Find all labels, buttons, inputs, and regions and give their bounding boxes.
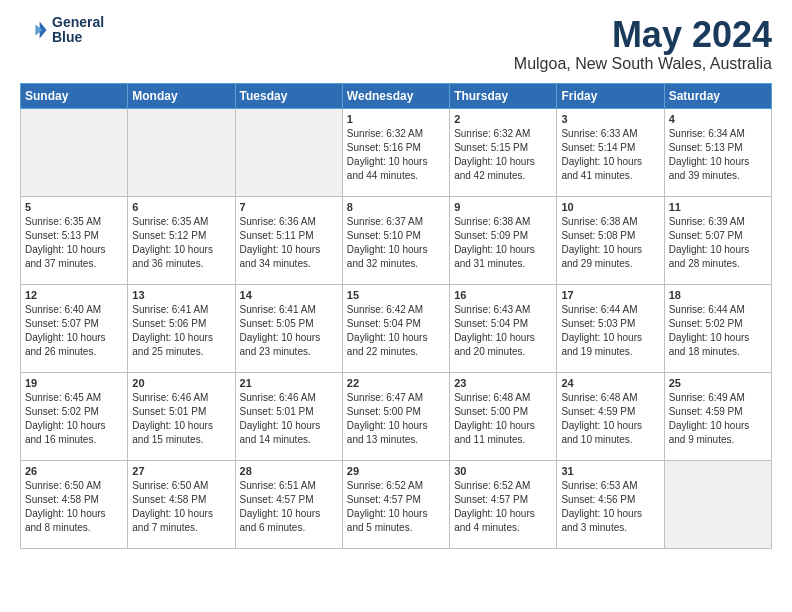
day-number: 14	[240, 289, 338, 301]
day-number: 22	[347, 377, 445, 389]
calendar-cell: 28Sunrise: 6:51 AM Sunset: 4:57 PM Dayli…	[235, 460, 342, 548]
calendar-cell: 18Sunrise: 6:44 AM Sunset: 5:02 PM Dayli…	[664, 284, 771, 372]
day-number: 17	[561, 289, 659, 301]
calendar-cell: 25Sunrise: 6:49 AM Sunset: 4:59 PM Dayli…	[664, 372, 771, 460]
calendar-header-row: SundayMondayTuesdayWednesdayThursdayFrid…	[21, 83, 772, 108]
day-number: 9	[454, 201, 552, 213]
day-number: 12	[25, 289, 123, 301]
calendar-week-5: 26Sunrise: 6:50 AM Sunset: 4:58 PM Dayli…	[21, 460, 772, 548]
calendar-cell: 10Sunrise: 6:38 AM Sunset: 5:08 PM Dayli…	[557, 196, 664, 284]
calendar-week-4: 19Sunrise: 6:45 AM Sunset: 5:02 PM Dayli…	[21, 372, 772, 460]
day-number: 5	[25, 201, 123, 213]
day-number: 16	[454, 289, 552, 301]
day-content: Sunrise: 6:39 AM Sunset: 5:07 PM Dayligh…	[669, 215, 767, 271]
day-number: 7	[240, 201, 338, 213]
calendar-cell: 23Sunrise: 6:48 AM Sunset: 5:00 PM Dayli…	[450, 372, 557, 460]
calendar-week-1: 1Sunrise: 6:32 AM Sunset: 5:16 PM Daylig…	[21, 108, 772, 196]
page-header: General Blue May 2024 Mulgoa, New South …	[20, 15, 772, 73]
day-content: Sunrise: 6:50 AM Sunset: 4:58 PM Dayligh…	[25, 479, 123, 535]
title-block: May 2024 Mulgoa, New South Wales, Austra…	[514, 15, 772, 73]
calendar-cell: 16Sunrise: 6:43 AM Sunset: 5:04 PM Dayli…	[450, 284, 557, 372]
day-content: Sunrise: 6:43 AM Sunset: 5:04 PM Dayligh…	[454, 303, 552, 359]
day-content: Sunrise: 6:36 AM Sunset: 5:11 PM Dayligh…	[240, 215, 338, 271]
calendar-cell	[21, 108, 128, 196]
calendar-cell: 4Sunrise: 6:34 AM Sunset: 5:13 PM Daylig…	[664, 108, 771, 196]
day-number: 27	[132, 465, 230, 477]
calendar-cell: 22Sunrise: 6:47 AM Sunset: 5:00 PM Dayli…	[342, 372, 449, 460]
calendar-cell	[235, 108, 342, 196]
calendar-cell: 14Sunrise: 6:41 AM Sunset: 5:05 PM Dayli…	[235, 284, 342, 372]
day-content: Sunrise: 6:35 AM Sunset: 5:13 PM Dayligh…	[25, 215, 123, 271]
logo-line2: Blue	[52, 30, 104, 45]
calendar-cell: 27Sunrise: 6:50 AM Sunset: 4:58 PM Dayli…	[128, 460, 235, 548]
calendar-cell: 21Sunrise: 6:46 AM Sunset: 5:01 PM Dayli…	[235, 372, 342, 460]
day-number: 8	[347, 201, 445, 213]
calendar-header-sunday: Sunday	[21, 83, 128, 108]
day-content: Sunrise: 6:37 AM Sunset: 5:10 PM Dayligh…	[347, 215, 445, 271]
calendar-cell: 12Sunrise: 6:40 AM Sunset: 5:07 PM Dayli…	[21, 284, 128, 372]
calendar-cell: 19Sunrise: 6:45 AM Sunset: 5:02 PM Dayli…	[21, 372, 128, 460]
day-content: Sunrise: 6:33 AM Sunset: 5:14 PM Dayligh…	[561, 127, 659, 183]
day-content: Sunrise: 6:32 AM Sunset: 5:16 PM Dayligh…	[347, 127, 445, 183]
day-content: Sunrise: 6:34 AM Sunset: 5:13 PM Dayligh…	[669, 127, 767, 183]
day-content: Sunrise: 6:44 AM Sunset: 5:03 PM Dayligh…	[561, 303, 659, 359]
calendar-cell: 26Sunrise: 6:50 AM Sunset: 4:58 PM Dayli…	[21, 460, 128, 548]
calendar-week-2: 5Sunrise: 6:35 AM Sunset: 5:13 PM Daylig…	[21, 196, 772, 284]
calendar-header-wednesday: Wednesday	[342, 83, 449, 108]
day-number: 21	[240, 377, 338, 389]
calendar-table: SundayMondayTuesdayWednesdayThursdayFrid…	[20, 83, 772, 549]
calendar-header-saturday: Saturday	[664, 83, 771, 108]
calendar-cell: 30Sunrise: 6:52 AM Sunset: 4:57 PM Dayli…	[450, 460, 557, 548]
day-number: 18	[669, 289, 767, 301]
calendar-cell: 20Sunrise: 6:46 AM Sunset: 5:01 PM Dayli…	[128, 372, 235, 460]
day-content: Sunrise: 6:52 AM Sunset: 4:57 PM Dayligh…	[454, 479, 552, 535]
calendar-header-tuesday: Tuesday	[235, 83, 342, 108]
day-content: Sunrise: 6:50 AM Sunset: 4:58 PM Dayligh…	[132, 479, 230, 535]
day-number: 11	[669, 201, 767, 213]
calendar-cell: 24Sunrise: 6:48 AM Sunset: 4:59 PM Dayli…	[557, 372, 664, 460]
calendar-cell: 13Sunrise: 6:41 AM Sunset: 5:06 PM Dayli…	[128, 284, 235, 372]
day-number: 13	[132, 289, 230, 301]
calendar-cell: 5Sunrise: 6:35 AM Sunset: 5:13 PM Daylig…	[21, 196, 128, 284]
logo-icon	[20, 16, 48, 44]
day-content: Sunrise: 6:40 AM Sunset: 5:07 PM Dayligh…	[25, 303, 123, 359]
day-content: Sunrise: 6:45 AM Sunset: 5:02 PM Dayligh…	[25, 391, 123, 447]
day-number: 2	[454, 113, 552, 125]
day-number: 23	[454, 377, 552, 389]
day-content: Sunrise: 6:49 AM Sunset: 4:59 PM Dayligh…	[669, 391, 767, 447]
calendar-cell: 15Sunrise: 6:42 AM Sunset: 5:04 PM Dayli…	[342, 284, 449, 372]
logo-text: General Blue	[52, 15, 104, 46]
day-number: 26	[25, 465, 123, 477]
day-number: 4	[669, 113, 767, 125]
day-content: Sunrise: 6:32 AM Sunset: 5:15 PM Dayligh…	[454, 127, 552, 183]
day-content: Sunrise: 6:51 AM Sunset: 4:57 PM Dayligh…	[240, 479, 338, 535]
day-number: 29	[347, 465, 445, 477]
day-number: 10	[561, 201, 659, 213]
calendar-header-friday: Friday	[557, 83, 664, 108]
day-content: Sunrise: 6:47 AM Sunset: 5:00 PM Dayligh…	[347, 391, 445, 447]
calendar-cell	[664, 460, 771, 548]
day-content: Sunrise: 6:53 AM Sunset: 4:56 PM Dayligh…	[561, 479, 659, 535]
calendar-cell: 9Sunrise: 6:38 AM Sunset: 5:09 PM Daylig…	[450, 196, 557, 284]
calendar-cell: 29Sunrise: 6:52 AM Sunset: 4:57 PM Dayli…	[342, 460, 449, 548]
day-number: 19	[25, 377, 123, 389]
calendar-cell: 7Sunrise: 6:36 AM Sunset: 5:11 PM Daylig…	[235, 196, 342, 284]
location-title: Mulgoa, New South Wales, Australia	[514, 55, 772, 73]
day-number: 15	[347, 289, 445, 301]
day-content: Sunrise: 6:41 AM Sunset: 5:05 PM Dayligh…	[240, 303, 338, 359]
calendar-header-thursday: Thursday	[450, 83, 557, 108]
calendar-cell: 31Sunrise: 6:53 AM Sunset: 4:56 PM Dayli…	[557, 460, 664, 548]
month-title: May 2024	[514, 15, 772, 55]
day-content: Sunrise: 6:52 AM Sunset: 4:57 PM Dayligh…	[347, 479, 445, 535]
calendar-week-3: 12Sunrise: 6:40 AM Sunset: 5:07 PM Dayli…	[21, 284, 772, 372]
day-number: 24	[561, 377, 659, 389]
day-content: Sunrise: 6:46 AM Sunset: 5:01 PM Dayligh…	[132, 391, 230, 447]
day-content: Sunrise: 6:35 AM Sunset: 5:12 PM Dayligh…	[132, 215, 230, 271]
day-number: 25	[669, 377, 767, 389]
calendar-cell: 6Sunrise: 6:35 AM Sunset: 5:12 PM Daylig…	[128, 196, 235, 284]
calendar-cell: 8Sunrise: 6:37 AM Sunset: 5:10 PM Daylig…	[342, 196, 449, 284]
day-number: 3	[561, 113, 659, 125]
calendar-cell	[128, 108, 235, 196]
day-number: 30	[454, 465, 552, 477]
logo-line1: General	[52, 15, 104, 30]
